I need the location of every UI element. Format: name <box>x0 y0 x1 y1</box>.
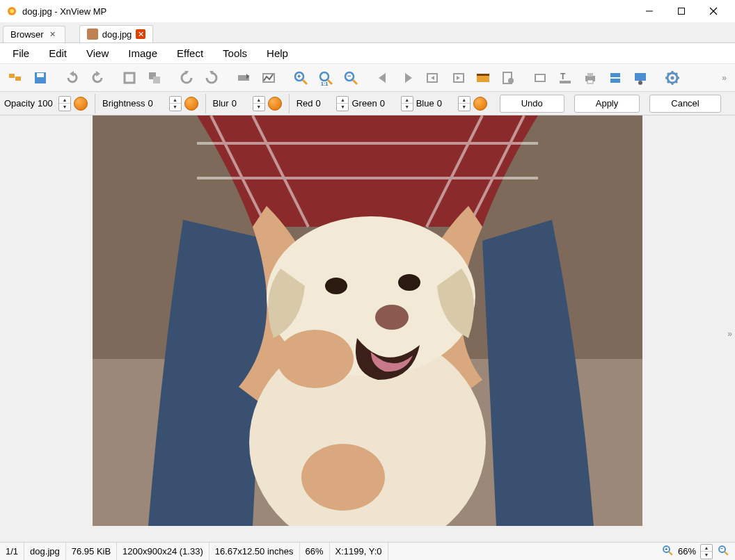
slideshow-icon[interactable] <box>472 67 494 89</box>
blur-reset-button[interactable] <box>268 97 282 111</box>
zoom-out-icon[interactable]: − <box>340 67 362 89</box>
undo-button[interactable]: Undo <box>500 95 564 113</box>
svg-line-56 <box>667 73 670 75</box>
image-content <box>93 115 642 526</box>
status-index: 1/1 <box>0 543 24 560</box>
status-filesize: 76.95 KiB <box>66 543 117 560</box>
svg-rect-9 <box>37 73 44 77</box>
maximize-button[interactable] <box>665 0 697 22</box>
menu-image[interactable]: Image <box>118 45 167 62</box>
zoom-100-icon[interactable]: 1:1 <box>315 67 337 89</box>
status-bar: 1/1 dog.jpg 76.95 KiB 1200x900x24 (1.33)… <box>0 542 735 560</box>
rgb-reset-button[interactable] <box>473 97 487 111</box>
tab-label: Browser <box>10 29 44 40</box>
opacity-stepper[interactable]: ▲▼ <box>58 96 71 111</box>
status-dimensions: 1200x900x24 (1.33) <box>117 543 210 560</box>
tab-browser[interactable]: Browser ✕ <box>3 26 65 42</box>
thumbnail-icon <box>87 29 98 40</box>
minimize-button[interactable] <box>633 0 665 22</box>
svg-point-49 <box>638 81 642 85</box>
menu-tools[interactable]: Tools <box>213 45 257 62</box>
prev-file-icon[interactable] <box>372 67 394 89</box>
image-canvas <box>93 115 642 526</box>
svg-marker-34 <box>457 76 460 80</box>
svg-line-21 <box>303 80 307 84</box>
close-icon[interactable]: ✕ <box>48 30 58 40</box>
adjust-icon[interactable] <box>232 67 255 89</box>
image-viewer[interactable]: » <box>0 115 735 542</box>
svg-text:+: + <box>665 547 667 552</box>
svg-rect-44 <box>587 73 593 77</box>
save-icon[interactable] <box>29 67 52 89</box>
svg-rect-6 <box>9 74 15 78</box>
apply-button[interactable]: Apply <box>574 95 640 113</box>
tab-image[interactable]: dog.jpg ✕ <box>79 25 154 42</box>
green-stepper[interactable]: ▲▼ <box>401 96 413 111</box>
status-physical: 16.67x12.50 inches <box>210 543 300 560</box>
undo-icon[interactable] <box>61 67 84 89</box>
tag-icon[interactable] <box>497 67 519 89</box>
settings-icon[interactable] <box>661 67 683 89</box>
svg-text:+: + <box>297 73 301 80</box>
rotate-right-icon[interactable] <box>200 67 223 89</box>
levels-icon[interactable] <box>258 67 280 89</box>
zoom-stepper[interactable]: ▲▼ <box>700 544 713 559</box>
overflow-icon[interactable]: » <box>727 329 732 339</box>
tab-strip: Browser ✕ dog.jpg ✕ <box>0 22 735 43</box>
svg-point-1 <box>10 9 14 13</box>
svg-line-76 <box>669 552 672 555</box>
crop-icon[interactable] <box>118 67 141 89</box>
capture-icon[interactable] <box>629 67 651 89</box>
svg-marker-32 <box>431 76 434 80</box>
toolbar: + 1:1 − T » <box>0 64 735 92</box>
opacity-value: 100 <box>38 98 56 109</box>
brightness-reset-button[interactable] <box>184 97 198 111</box>
brightness-stepper[interactable]: ▲▼ <box>169 96 182 111</box>
first-icon[interactable] <box>422 67 444 89</box>
svg-rect-46 <box>610 73 620 77</box>
svg-line-79 <box>725 552 728 555</box>
zoom-in-icon[interactable]: + <box>661 544 674 559</box>
svg-text:1:1: 1:1 <box>321 81 328 86</box>
svg-point-74 <box>301 444 385 511</box>
menu-effect[interactable]: Effect <box>167 45 213 62</box>
menu-help[interactable]: Help <box>257 45 298 62</box>
menu-file[interactable]: File <box>3 45 39 62</box>
svg-text:T: T <box>560 72 566 81</box>
resize-icon[interactable] <box>143 67 166 89</box>
close-icon[interactable]: ✕ <box>136 29 145 39</box>
svg-rect-12 <box>125 73 134 83</box>
rotate-left-icon[interactable] <box>175 67 198 89</box>
svg-marker-11 <box>96 71 100 77</box>
menu-view[interactable]: View <box>77 45 118 62</box>
blue-label: Blue <box>416 98 434 109</box>
green-value: 0 <box>380 98 398 109</box>
red-stepper[interactable]: ▲▼ <box>336 96 349 111</box>
svg-line-27 <box>353 80 357 84</box>
cancel-button[interactable]: Cancel <box>649 95 720 113</box>
fullscreen-icon[interactable] <box>529 67 551 89</box>
next-file-icon[interactable] <box>397 67 419 89</box>
zoom-out-icon[interactable]: − <box>717 544 729 559</box>
close-button[interactable] <box>697 0 729 22</box>
svg-point-38 <box>508 78 514 83</box>
zoom-in-icon[interactable]: + <box>290 67 312 89</box>
print-icon[interactable] <box>579 67 601 89</box>
blue-stepper[interactable]: ▲▼ <box>458 96 471 111</box>
svg-rect-14 <box>153 77 160 83</box>
text-icon[interactable]: T <box>554 67 576 89</box>
menu-edit[interactable]: Edit <box>39 45 77 62</box>
svg-point-71 <box>398 274 420 291</box>
redo-icon[interactable] <box>86 67 109 89</box>
red-label: Red <box>297 98 313 109</box>
blur-stepper[interactable]: ▲▼ <box>253 96 265 111</box>
last-icon[interactable] <box>447 67 469 89</box>
blue-value: 0 <box>437 98 455 109</box>
browser-icon[interactable] <box>4 67 26 89</box>
overflow-icon[interactable]: » <box>718 73 731 83</box>
convert-icon[interactable] <box>604 67 626 89</box>
svg-marker-30 <box>405 73 412 83</box>
status-zoom: 66% <box>300 543 330 560</box>
svg-point-23 <box>320 72 329 81</box>
opacity-reset-button[interactable] <box>74 97 88 111</box>
